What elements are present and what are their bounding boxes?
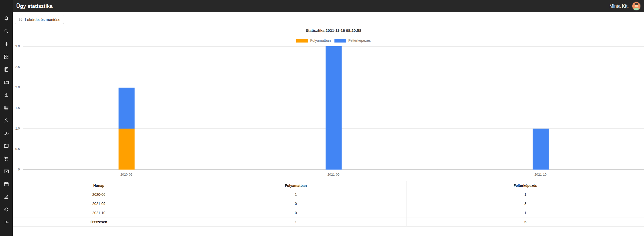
sidebar-item-statistics[interactable]: [0, 191, 13, 202]
search-icon: [4, 29, 9, 34]
column-header: Hónap: [13, 181, 185, 190]
table-cell: 2021-09: [13, 199, 185, 208]
sidebar-item-partners[interactable]: [0, 115, 13, 126]
legend-entry-felterkepezes: Feltérképezés: [334, 38, 371, 43]
legend-swatch-felterkepezes: [334, 39, 346, 43]
sidebar-item-modules[interactable]: [0, 51, 13, 62]
sidebar-item-browser-window[interactable]: [0, 140, 13, 151]
sidebar-item-data-table[interactable]: [0, 102, 13, 113]
table-total-cell: 5: [407, 217, 644, 227]
table-row: 2020-0611: [13, 190, 644, 199]
sidebar-item-calendar[interactable]: [0, 178, 13, 190]
gear-icon: [4, 207, 9, 212]
gridline-x: [437, 46, 437, 170]
column-header: Folyamatban: [185, 181, 407, 190]
header-right: Minta Kft.: [609, 2, 644, 11]
save-query-label: Lekérdezés mentése: [25, 17, 60, 22]
header-bar: Ügy statisztika Minta Kft.: [13, 0, 644, 12]
avatar-hair: [635, 3, 638, 5]
table-cell: 1: [185, 190, 407, 199]
table-grid-icon: [4, 105, 9, 110]
table-body: 2020-06112021-09032021-1001: [13, 190, 644, 217]
sidebar-item-transport[interactable]: [0, 128, 13, 139]
table-cell: 0: [185, 208, 407, 217]
window-icon: [4, 143, 9, 149]
table-header: HónapFolyamatbanFeltérképezés: [13, 181, 644, 190]
sidebar-item-collapse-sidebar[interactable]: [0, 217, 13, 228]
x-axis-tick-label: 2021-09: [316, 173, 351, 176]
x-axis-tick-label: 2021-10: [523, 173, 558, 176]
legend-label: Folyamatban: [310, 38, 331, 43]
table-cell: 3: [407, 199, 644, 208]
download-icon: [4, 92, 9, 98]
sidebar-item-create-new[interactable]: [0, 38, 13, 50]
table-cell: 1: [407, 190, 644, 199]
sidebar-item-documents[interactable]: [0, 77, 13, 88]
app-window: Ügy statisztika Minta Kft. Lekérdezés me…: [0, 0, 644, 236]
collapse-left-icon: [4, 219, 9, 225]
legend-swatch-folyamatban: [296, 39, 308, 43]
table-header-row: HónapFolyamatbanFeltérképezés: [13, 181, 644, 190]
envelope-icon: [4, 169, 9, 174]
bar-segment-feltérképezés[interactable]: [533, 129, 549, 170]
page-title: Ügy statisztika: [13, 3, 53, 9]
y-axis-line: [23, 46, 23, 170]
sidebar-item-messages[interactable]: [0, 166, 13, 177]
table-total-row: Összesen15: [13, 217, 644, 227]
sidebar-item-downloads[interactable]: [0, 89, 13, 101]
table-cell: 2021-10: [13, 208, 185, 217]
floppy-save-icon: [19, 17, 23, 22]
plus-icon: [4, 41, 9, 47]
gridline-x: [230, 46, 230, 170]
bar-segment-feltérképezés[interactable]: [119, 88, 135, 129]
sidebar-item-notifications[interactable]: [0, 13, 13, 24]
chart-legend: Folyamatban Feltérképezés: [23, 38, 644, 43]
cart-icon: [4, 156, 9, 161]
x-axis-tick-label: 2020-06: [109, 173, 144, 176]
apps-grid-icon: [4, 54, 9, 60]
calendar-icon: [4, 181, 9, 187]
folder-icon: [4, 79, 9, 85]
column-header: Feltérképezés: [407, 181, 644, 190]
table-cell: 2020-06: [13, 190, 185, 199]
bar-chart-icon: [4, 194, 9, 200]
sidebar-item-journal[interactable]: [0, 64, 13, 75]
sidebar: [0, 0, 13, 236]
bar-segment-feltérképezés[interactable]: [326, 46, 342, 170]
truck-icon: [4, 130, 9, 136]
company-name: Minta Kft.: [609, 4, 629, 9]
user-avatar[interactable]: [632, 2, 641, 11]
avatar-shirt: [634, 8, 639, 11]
table-row: 2021-1001: [13, 208, 644, 217]
table-cell: 1: [407, 208, 644, 217]
stacked-bar-chart: 00.51.01.52.02.53.02020-062021-092021-10: [23, 46, 644, 170]
sidebar-item-market[interactable]: [0, 153, 13, 164]
table-total-cell: Összesen: [13, 217, 185, 227]
table-row: 2021-0903: [13, 199, 644, 208]
table-total-cell: 1: [185, 217, 407, 227]
bar-segment-folyamatban[interactable]: [119, 129, 135, 170]
table-footer: Összesen15: [13, 217, 644, 227]
bell-icon: [4, 16, 9, 21]
notebook-icon: [4, 67, 9, 72]
statistics-table: HónapFolyamatbanFeltérképezés 2020-06112…: [13, 181, 644, 227]
chart-title: Statisztika 2021-11-16 08:20:58: [23, 28, 644, 33]
legend-entry-folyamatban: Folyamatban: [296, 38, 331, 43]
table-cell: 0: [185, 199, 407, 208]
sidebar-item-search[interactable]: [0, 26, 13, 37]
save-query-button[interactable]: Lekérdezés mentése: [15, 15, 64, 24]
sidebar-item-settings[interactable]: [0, 204, 13, 215]
person-icon: [4, 118, 9, 123]
legend-label: Feltérképezés: [348, 38, 371, 43]
